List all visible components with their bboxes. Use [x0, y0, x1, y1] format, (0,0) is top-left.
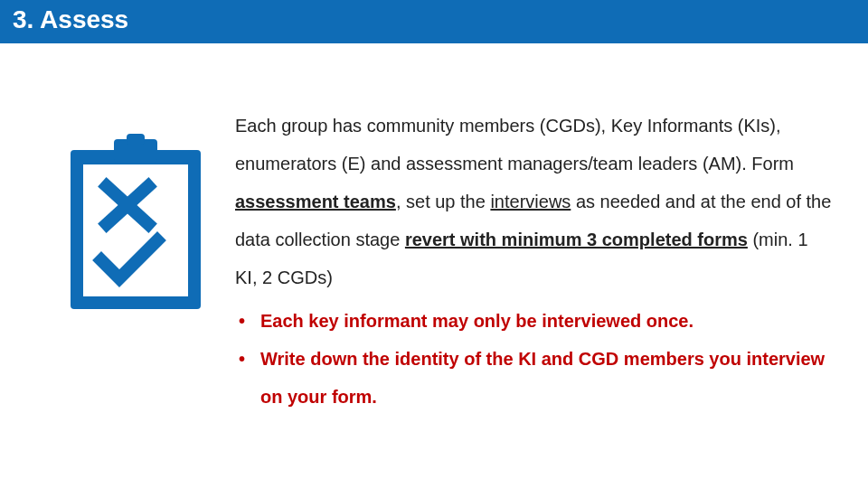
slide: 3. Assess: [0, 0, 868, 488]
para-seg3: , set up the: [396, 192, 491, 211]
para-seg2: assessment teams: [235, 192, 396, 211]
para-seg1: Each group has community members (CGDs),…: [235, 116, 794, 174]
body-paragraph: Each group has community members (CGDs),…: [235, 107, 832, 296]
bullet-item: Each key informant may only be interview…: [235, 302, 832, 340]
slide-title: 3. Assess: [13, 5, 128, 33]
svg-rect-3: [127, 134, 145, 145]
text-column: Each group has community members (CGDs),…: [235, 107, 832, 416]
content-row: Each group has community members (CGDs),…: [0, 43, 868, 416]
bullet-list: Each key informant may only be interview…: [235, 302, 832, 416]
para-seg6: revert with minimum 3 completed forms: [405, 230, 748, 249]
para-seg4: interviews: [490, 192, 571, 211]
title-bar: 3. Assess: [0, 0, 868, 43]
icon-column: [36, 107, 235, 318]
bullet-item: Write down the identity of the KI and CG…: [235, 340, 832, 416]
clipboard-check-x-icon: [63, 134, 208, 318]
svg-rect-1: [83, 164, 188, 296]
